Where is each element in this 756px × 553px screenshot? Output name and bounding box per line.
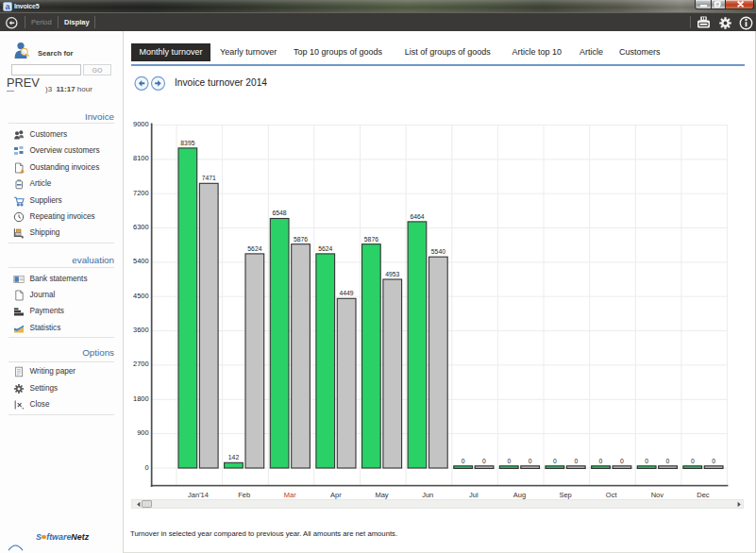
svg-text:May: May bbox=[375, 491, 388, 499]
svg-text:0: 0 bbox=[645, 458, 648, 464]
svg-text:Aug: Aug bbox=[513, 491, 526, 499]
svg-text:Feb: Feb bbox=[238, 491, 250, 499]
svg-text:0: 0 bbox=[620, 458, 624, 464]
svg-text:9000: 9000 bbox=[133, 120, 148, 128]
svg-text:Jun: Jun bbox=[422, 491, 433, 499]
svg-text:0: 0 bbox=[553, 458, 557, 464]
svg-text:0: 0 bbox=[574, 458, 578, 464]
svg-text:2700: 2700 bbox=[133, 360, 148, 368]
svg-text:0: 0 bbox=[144, 463, 148, 472]
svg-text:Nov: Nov bbox=[651, 491, 664, 499]
svg-text:Jul: Jul bbox=[469, 491, 479, 499]
svg-text:Oct: Oct bbox=[606, 491, 618, 499]
svg-text:0: 0 bbox=[529, 458, 532, 464]
svg-text:3600: 3600 bbox=[133, 326, 148, 334]
svg-text:5624: 5624 bbox=[318, 245, 332, 252]
svg-text:0: 0 bbox=[599, 458, 603, 464]
svg-text:0: 0 bbox=[691, 458, 695, 464]
svg-text:5400: 5400 bbox=[133, 257, 148, 265]
svg-text:0: 0 bbox=[507, 458, 511, 464]
svg-text:5624: 5624 bbox=[247, 245, 261, 252]
svg-text:6548: 6548 bbox=[273, 209, 287, 216]
svg-text:5540: 5540 bbox=[431, 248, 445, 255]
svg-text:6300: 6300 bbox=[133, 223, 148, 231]
svg-text:0: 0 bbox=[666, 458, 670, 464]
svg-text:4953: 4953 bbox=[385, 271, 399, 277]
svg-text:900: 900 bbox=[137, 428, 148, 437]
svg-text:8100: 8100 bbox=[133, 154, 148, 162]
svg-text:7471: 7471 bbox=[202, 175, 216, 181]
svg-text:Jan'14: Jan'14 bbox=[188, 491, 209, 499]
svg-text:Mar: Mar bbox=[284, 491, 296, 499]
svg-text:5876: 5876 bbox=[364, 236, 378, 243]
svg-text:142: 142 bbox=[228, 454, 240, 461]
svg-text:0: 0 bbox=[712, 458, 715, 464]
svg-text:5876: 5876 bbox=[294, 236, 308, 243]
svg-text:0: 0 bbox=[462, 458, 465, 464]
svg-text:8395: 8395 bbox=[180, 140, 194, 146]
svg-text:4500: 4500 bbox=[133, 292, 148, 300]
svg-text:Dec: Dec bbox=[697, 491, 710, 499]
svg-text:1800: 1800 bbox=[133, 394, 148, 403]
svg-text:Sep: Sep bbox=[559, 491, 571, 499]
svg-text:0: 0 bbox=[482, 458, 486, 464]
svg-text:4449: 4449 bbox=[340, 290, 354, 296]
svg-text:6464: 6464 bbox=[410, 213, 424, 220]
svg-text:Apr: Apr bbox=[330, 491, 342, 499]
svg-text:7200: 7200 bbox=[133, 189, 148, 197]
